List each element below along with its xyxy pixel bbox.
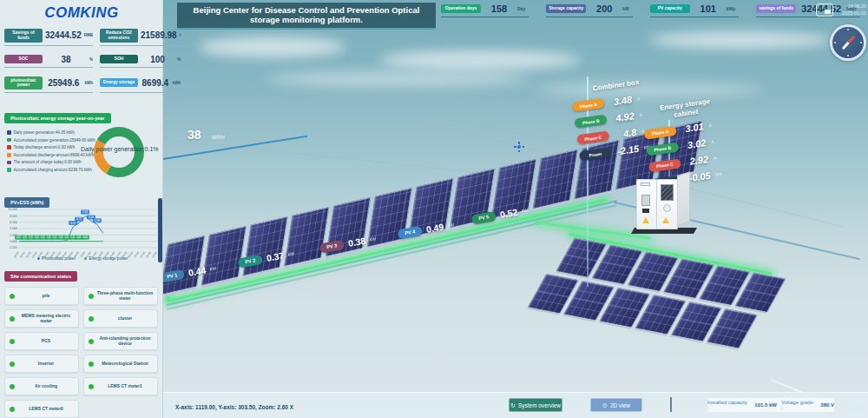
cabinet-nameplate: [641, 182, 650, 186]
scene-3d-viewport[interactable]: Beijing Center for Disease Control and P…: [163, 0, 868, 418]
status-dot-green: [10, 384, 15, 389]
comm-status-panel: Site communication status pile Three-pha…: [4, 266, 161, 418]
screen-cast-icon[interactable]: [816, 3, 833, 17]
compass-widget[interactable]: [830, 24, 866, 61]
legend-item: Daily power generation:44.05 kWh: [7, 130, 102, 135]
clock-time: 16:06:20: [835, 3, 866, 10]
status-dot-green: [10, 316, 15, 322]
legend-item: Accumulated charging amount:9238.70 kWh: [7, 168, 102, 172]
solar-panel: [532, 149, 578, 212]
svg-text:4.57: 4.57: [70, 222, 76, 225]
yoy-panel-title: Photovoltaic energy storage year-on-year: [4, 113, 111, 123]
donut-chart: [94, 127, 144, 177]
status-dot-green: [89, 339, 94, 344]
status-dot-green: [10, 407, 15, 412]
stat-badge: savings of funds: [756, 4, 796, 13]
svg-text:4.000: 4.000: [10, 227, 17, 230]
2d-view-button[interactable]: ⊙ 2D view: [590, 398, 642, 412]
stat-photovoltaic-power: photovoltaic power 25949.6 kWh: [4, 76, 93, 94]
svg-text:6.000: 6.000: [10, 221, 17, 224]
pvess-panel: PV+ESS (kWh) 10.0008.0006.0004.0002.0000…: [4, 192, 161, 265]
solar-panel: [284, 207, 330, 269]
status-dot-green: [89, 362, 94, 367]
status-dot-green: [89, 384, 94, 389]
camera-status-text: X-axis: 1119.00, Y-axis: 303.50, Zoom: 2…: [175, 404, 293, 410]
yoy-legend: Daily power generation:44.05 kWh Accumul…: [7, 130, 102, 176]
stat-pv-capacity: PV capacity 101 kWp: [650, 3, 740, 17]
comm-air-cooling: Air cooling: [4, 377, 79, 395]
stat-soh: SOH 100 %: [100, 55, 181, 68]
svg-text:0.00: 0.00: [82, 236, 88, 239]
left-sidebar: COMKING Savings of funds 32444.52 RMB Re…: [0, 0, 163, 418]
stat-badge: PV capacity: [650, 4, 690, 13]
scrollbar-thumb[interactable]: [158, 198, 162, 262]
stat-storage-capacity: Storage capacity 200 kW: [546, 3, 633, 17]
platform-title: Beijing Center for Disease Control and P…: [177, 3, 436, 30]
comking-logo: COMKING: [0, 4, 163, 22]
app-root: Beijing Center for Disease Control and P…: [0, 0, 868, 418]
status-dot-green: [89, 316, 94, 322]
comm-panel-title: Site communication status: [4, 271, 77, 282]
status-dot-green: [10, 362, 15, 367]
pvess-legend: Photovoltaic power Energy storage power: [4, 256, 161, 261]
stat-operation-days: Operation days 158 Day: [441, 3, 529, 17]
yoy-panel: Photovoltaic energy storage year-on-year…: [4, 108, 161, 190]
legend-item: Accumulated power generation:25949.60 kW…: [7, 138, 102, 143]
svg-text:5.29: 5.29: [95, 219, 100, 222]
svg-text:0.000: 0.000: [10, 240, 17, 243]
clock: 16:06:20 2025-01-01: [835, 3, 866, 17]
sidebar-stats: Savings of funds 32444.52 RMB Reduce CO2…: [4, 29, 159, 93]
donut-center-text: Daily power generation:0.1%: [81, 146, 168, 152]
legend-item: Accumulated discharge amount:8699.40 kWh: [7, 153, 102, 157]
cloud: [198, 36, 345, 57]
topbar-stats: Operation days 158 Day Storage capacity …: [441, 3, 860, 17]
comm-pile: pile: [4, 287, 79, 305]
comm-grid: pile Three-phase multi-function meter ME…: [4, 287, 161, 418]
system-overview-button[interactable]: ↻ System overview: [509, 398, 562, 412]
svg-text:8.000: 8.000: [10, 215, 17, 218]
irradiance-label: 38 w/m²: [187, 127, 225, 143]
status-dot-green: [10, 294, 15, 299]
svg-text:-2.000: -2.000: [9, 246, 17, 249]
view-icon: ⊙: [602, 402, 608, 408]
stat-soc: SOC 38 %: [4, 55, 93, 68]
svg-text:5.72: 5.72: [76, 217, 82, 221]
energy-storage-cabinet-model[interactable]: [636, 176, 692, 233]
comm-anti-islanding: Anti-islanding protection device: [83, 332, 158, 350]
svg-text:10.000: 10.000: [8, 208, 17, 211]
cabinet-screen: [641, 195, 650, 206]
svg-text:7.94: 7.94: [82, 210, 88, 214]
compass-needle: [841, 36, 855, 50]
comm-met-station: Meteorological Station: [83, 355, 158, 373]
stat-badge: Operation days: [441, 4, 481, 13]
rotate-icon: ↻: [510, 402, 516, 408]
pvess-chart: 10.0008.0006.0004.0002.0000.000-2.00000:…: [4, 206, 161, 260]
camera-target-icon: [514, 142, 524, 152]
status-dot-green: [89, 294, 94, 299]
warning-triangle-icon: [642, 217, 649, 223]
cloud: [380, 50, 580, 70]
ess-cabinet-title: Energy storage cabinet: [658, 97, 713, 122]
clock-date: 2025-01-01: [835, 10, 866, 17]
irradiance-underline: [163, 136, 307, 160]
footer-divider: [670, 397, 672, 412]
solar-panel: [242, 216, 288, 279]
comm-lems-ct-meter0: LEMS CT meter0: [4, 400, 79, 418]
capacity-info-box: Installed capacity : 101.5 kW Voltage gr…: [707, 398, 834, 412]
legend-item: The amount of charge today:0.00 kWh: [7, 160, 102, 164]
comm-lems-ct-meter1: LEMS CT meter1: [83, 377, 158, 395]
stat-badge: Storage capacity: [546, 4, 586, 13]
stat-savings-of-funds: Savings of funds 32444.52 RMB: [4, 29, 93, 46]
comm-pcs: PCS: [4, 332, 79, 350]
warning-triangle-icon: [662, 217, 669, 223]
pv-array-main[interactable]: [163, 149, 592, 295]
comm-inverter: Inverter: [4, 355, 79, 373]
cabinet-fan: [663, 204, 671, 212]
cabinet-vent: [661, 184, 674, 201]
status-dot-green: [10, 339, 15, 344]
stat-energy-storage: Energy storage 8699.4 kWh: [100, 76, 181, 94]
comm-cluster: cluster: [83, 309, 158, 328]
stat-reduce-co2: Reduce CO2 emissions 21589.98 t: [100, 29, 181, 46]
comm-three-phase-meter: Three-phase multi-function meter: [83, 287, 158, 305]
cloud: [267, 71, 528, 87]
